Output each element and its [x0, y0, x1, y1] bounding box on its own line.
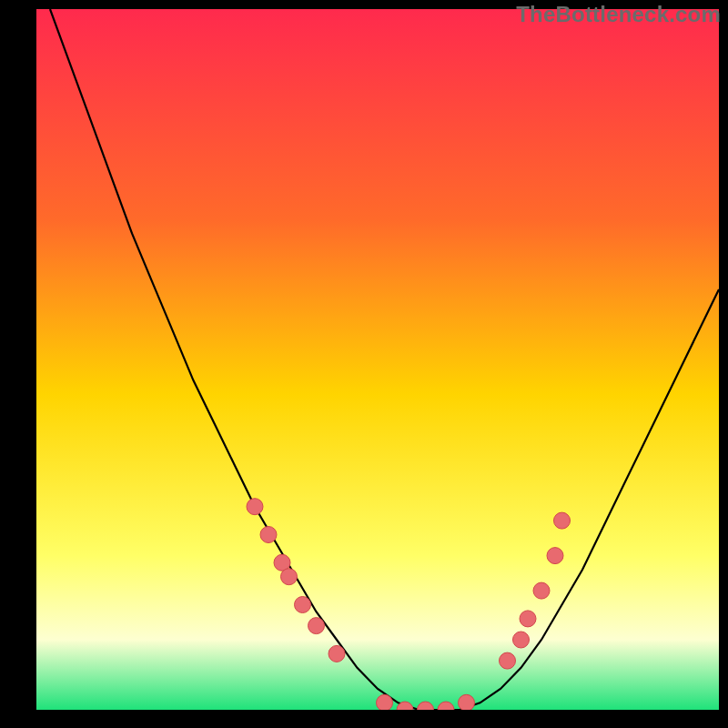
data-marker — [547, 548, 563, 564]
data-marker — [329, 645, 345, 662]
gradient-background — [36, 9, 719, 710]
data-marker — [500, 652, 516, 669]
watermark-text: TheBottleneck.com — [516, 2, 721, 27]
data-marker — [308, 618, 325, 634]
data-marker — [247, 499, 263, 515]
data-marker — [260, 527, 277, 543]
plot-area — [36, 9, 719, 710]
data-marker — [295, 597, 311, 613]
bottleneck-chart — [36, 9, 719, 710]
data-marker — [533, 582, 550, 599]
data-marker — [513, 632, 530, 648]
chart-frame: TheBottleneck.com — [0, 0, 728, 728]
data-marker — [459, 694, 475, 710]
data-marker — [281, 569, 298, 585]
data-marker — [520, 611, 536, 627]
data-marker — [377, 694, 393, 710]
data-marker — [554, 512, 571, 529]
